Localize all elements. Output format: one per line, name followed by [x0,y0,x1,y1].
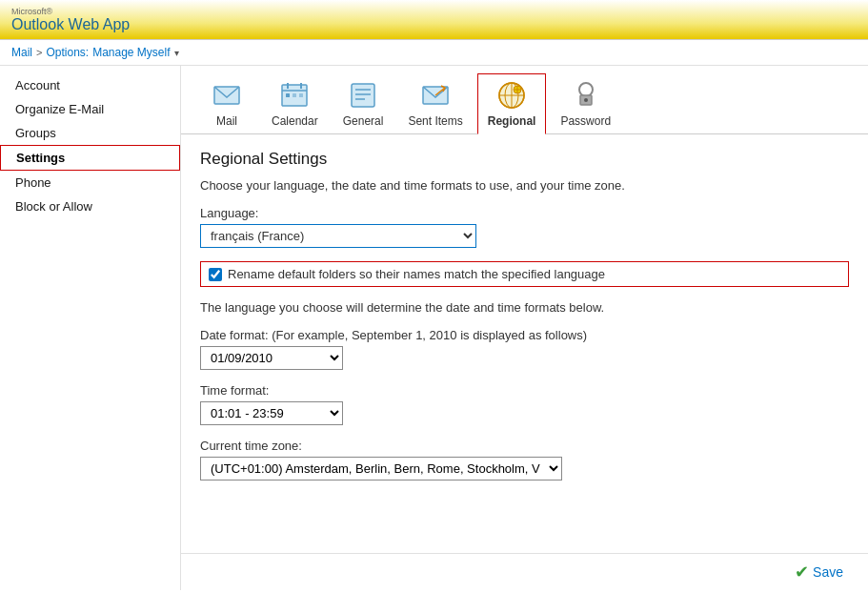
tab-general[interactable]: General [333,73,394,133]
app-logo: Microsoft® Outlook Web App [11,7,130,33]
sidebar-item-account[interactable]: Account [0,73,180,97]
rename-checkbox[interactable] [209,268,222,281]
breadcrumb-dropdown-arrow[interactable]: ▾ [174,48,179,58]
tab-regional-label: Regional [488,114,536,128]
sidebar-item-settings[interactable]: Settings [0,145,180,171]
date-format-select[interactable]: 01/09/2010 09/01/2010 2010/01/09 [200,346,343,370]
tab-regional[interactable]: Regional [477,73,547,134]
page-title: Regional Settings [200,150,849,169]
timezone-label: Current time zone: [200,439,849,453]
time-format-select[interactable]: 01:01 - 23:59 1:01 AM - 11:59 PM [200,401,343,425]
tab-password-label: Password [560,114,611,128]
save-bar: ✔ Save [181,553,868,590]
breadcrumb-current[interactable]: Manage Myself [92,46,170,59]
tab-mail[interactable]: Mail [196,73,257,133]
content-area: Regional Settings Choose your language, … [181,134,868,553]
tab-bar: Mail Calendar [181,66,868,134]
main-panel: Mail Calendar [181,66,868,590]
save-button[interactable]: ✔ Save [789,560,849,584]
date-format-label: Date format: (For example, September 1, … [200,328,849,342]
intro-text: Choose your language, the date and time … [200,178,849,193]
svg-point-24 [584,98,588,102]
tab-calendar-label: Calendar [272,114,318,128]
svg-rect-6 [293,93,296,97]
sent-items-icon [418,78,453,112]
svg-rect-7 [299,93,303,97]
date-format-group: Date format: (For example, September 1, … [200,328,849,370]
app-name: Outlook Web App [11,16,130,33]
layout: Account Organize E-Mail Groups Settings … [0,66,868,590]
tab-sent-items-label: Sent Items [408,114,462,128]
calendar-icon [277,78,312,112]
general-icon [346,78,380,112]
svg-rect-5 [286,93,290,97]
lang-info-text: The language you choose will determine t… [200,300,849,315]
mail-icon [210,78,244,112]
password-icon [569,78,603,112]
timezone-select[interactable]: (UTC+00:00) Dublin, Edinburgh, Lisbon, L… [200,457,562,481]
breadcrumb-sep1: > [36,47,42,58]
sidebar-item-groups[interactable]: Groups [0,121,180,145]
sidebar: Account Organize E-Mail Groups Settings … [0,66,181,590]
breadcrumb-options-label: Options: [46,46,89,59]
time-format-label: Time format: [200,383,849,398]
save-label: Save [813,564,843,580]
tab-sent-items[interactable]: Sent Items [397,73,473,133]
sidebar-item-block-or-allow[interactable]: Block or Allow [0,194,180,218]
tab-general-label: General [343,114,384,128]
language-select[interactable]: français (France) English (United States… [200,224,476,248]
save-check-icon: ✔ [795,562,809,583]
breadcrumb-mail[interactable]: Mail [11,46,32,59]
tab-mail-label: Mail [216,114,237,128]
svg-point-22 [579,83,593,96]
tab-calendar[interactable]: Calendar [261,73,329,133]
sidebar-item-organize-email[interactable]: Organize E-Mail [0,97,180,121]
language-label: Language: [200,206,849,220]
rename-checkbox-row[interactable]: Rename default folders so their names ma… [200,261,849,287]
tab-password[interactable]: Password [550,73,621,133]
sidebar-item-phone[interactable]: Phone [0,171,180,194]
rename-checkbox-label[interactable]: Rename default folders so their names ma… [228,267,605,281]
timezone-group: Current time zone: (UTC+00:00) Dublin, E… [200,439,849,481]
time-format-group: Time format: 01:01 - 23:59 1:01 AM - 11:… [200,383,849,425]
language-group: Language: français (France) English (Uni… [200,206,849,248]
ms-label: Microsoft® [11,7,130,16]
regional-icon [495,78,529,112]
breadcrumb: Mail > Options: Manage Myself ▾ [0,40,868,66]
header: Microsoft® Outlook Web App [0,0,868,40]
svg-rect-8 [352,84,374,107]
